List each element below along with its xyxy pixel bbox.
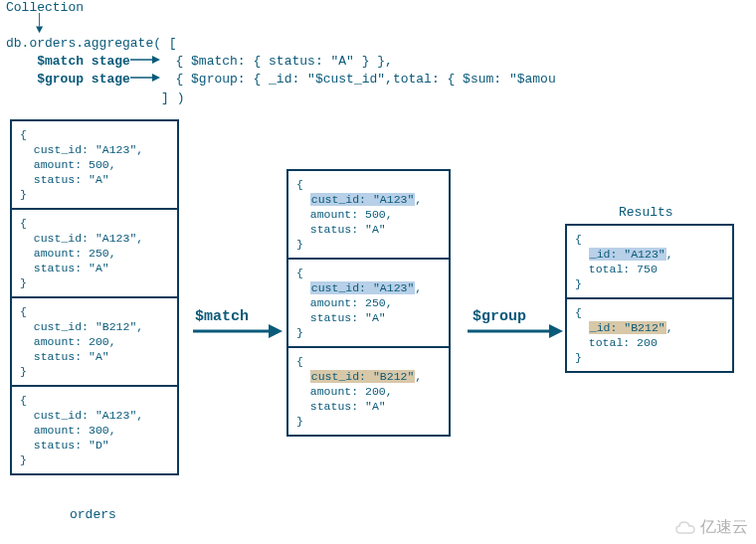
match-stage-line: $match stage { $match: { status: "A" } }…	[6, 53, 556, 71]
matched-column: { cust_id: "A123", amount: 500, status: …	[286, 169, 451, 437]
order-doc: { cust_id: "A123", amount: 500, status: …	[12, 121, 177, 210]
order-doc: { cust_id: "A123", amount: 250, status: …	[12, 210, 177, 298]
arrow-right-icon	[468, 323, 563, 339]
arrow-right-icon	[193, 323, 283, 339]
results-column: { _id: "A123", total: 750 } { _id: "B212…	[565, 224, 734, 373]
watermark-text: 亿速云	[700, 517, 748, 538]
matched-doc: { cust_id: "A123", amount: 500, status: …	[288, 171, 449, 260]
match-stage-label: $match stage	[37, 54, 130, 69]
matched-doc: { cust_id: "A123", amount: 250, status: …	[288, 260, 449, 348]
group-stage-line: $group stage { $group: { _id: "$cust_id"…	[6, 71, 556, 89]
group-stage-label: $group stage	[37, 73, 130, 88]
watermark: 亿速云	[674, 517, 748, 538]
order-doc: { cust_id: "B212", amount: 200, status: …	[12, 298, 177, 387]
orders-caption: orders	[70, 507, 116, 522]
match-code: { $match: { status: "A" } },	[175, 54, 392, 69]
group-code: { $group: { _id: "$cust_id",total: { $su…	[175, 73, 555, 88]
result-doc: { _id: "B212", total: 200 }	[567, 299, 732, 371]
arrow-right-icon	[130, 71, 160, 89]
orders-column: { cust_id: "A123", amount: 500, status: …	[10, 119, 179, 475]
svg-marker-3	[152, 74, 160, 82]
arrow-down-icon: │▼	[36, 15, 556, 35]
collection-label: Collection	[6, 0, 556, 15]
svg-marker-5	[269, 324, 283, 338]
svg-marker-7	[549, 324, 563, 338]
cloud-icon	[674, 520, 696, 536]
matched-doc: { cust_id: "B212", amount: 200, status: …	[288, 348, 449, 435]
result-doc: { _id: "A123", total: 750 }	[567, 226, 732, 299]
code-header: Collection │▼ db.orders.aggregate( [ $ma…	[6, 0, 556, 107]
svg-marker-1	[152, 56, 160, 64]
arrow-right-icon	[130, 53, 160, 71]
close-line: ] )	[6, 90, 556, 107]
order-doc: { cust_id: "A123", amount: 300, status: …	[12, 387, 177, 473]
aggregate-line: db.orders.aggregate( [	[6, 35, 556, 53]
results-title: Results	[619, 205, 673, 220]
